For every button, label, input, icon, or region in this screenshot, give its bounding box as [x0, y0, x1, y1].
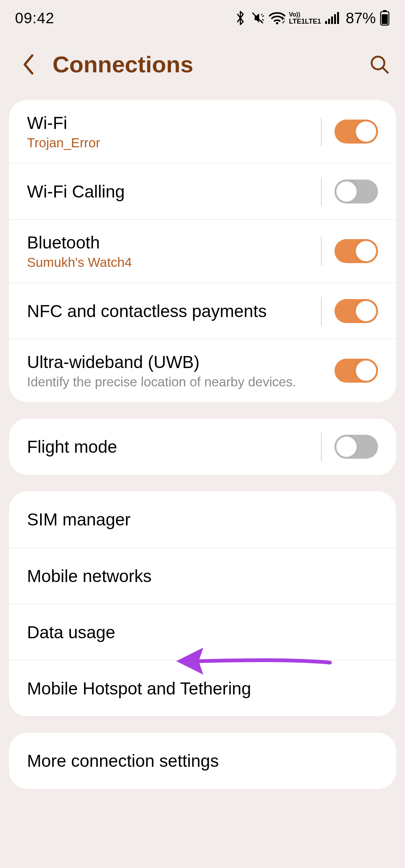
svg-rect-3 — [328, 19, 330, 24]
row-uwb-desc: Identify the precise location of nearby … — [27, 374, 334, 389]
row-sim-manager-label: SIM manager — [27, 509, 378, 530]
status-bar: 09:42 Vo)) — [0, 0, 405, 36]
battery-icon — [380, 10, 390, 26]
mute-vibrate-icon — [250, 10, 265, 25]
svg-rect-5 — [334, 14, 336, 24]
svg-line-0 — [252, 13, 263, 23]
svg-point-1 — [276, 22, 278, 24]
divider-vertical — [321, 177, 322, 206]
row-bluetooth[interactable]: Bluetooth Sumukh's Watch4 — [9, 219, 396, 283]
page-title: Connections — [52, 51, 193, 78]
row-wifi-calling[interactable]: Wi-Fi Calling — [9, 163, 396, 219]
row-wifi-label: Wi-Fi — [27, 113, 321, 133]
divider-vertical — [321, 117, 322, 146]
row-more-connection-settings[interactable]: More connection settings — [9, 733, 396, 789]
back-button[interactable] — [22, 53, 35, 76]
svg-line-11 — [383, 68, 388, 73]
settings-group-3: SIM manager Mobile networks Data usage M… — [9, 491, 396, 716]
toggle-bluetooth[interactable] — [334, 239, 378, 263]
row-data-usage[interactable]: Data usage — [9, 604, 396, 660]
row-uwb-label: Ultra-wideband (UWB) — [27, 352, 334, 372]
status-icons: Vo)) LTE1LTE1 87% — [234, 10, 390, 27]
status-time: 09:42 — [15, 10, 54, 27]
toggle-flight-mode[interactable] — [334, 435, 378, 459]
toggle-wifi-calling[interactable] — [334, 180, 378, 204]
row-wifi[interactable]: Wi-Fi Trojan_Error — [9, 100, 396, 163]
wifi-icon — [269, 11, 285, 25]
divider-vertical — [321, 433, 322, 461]
row-uwb[interactable]: Ultra-wideband (UWB) Identify the precis… — [9, 339, 396, 402]
row-mobile-hotspot-label: Mobile Hotspot and Tethering — [27, 678, 378, 699]
search-button[interactable] — [369, 54, 390, 75]
row-mobile-hotspot[interactable]: Mobile Hotspot and Tethering — [9, 660, 396, 716]
row-wifi-network: Trojan_Error — [27, 135, 321, 150]
row-nfc[interactable]: NFC and contactless payments — [9, 283, 396, 339]
cellular-signal-icon — [325, 11, 340, 25]
row-more-conn-label: More connection settings — [27, 751, 378, 771]
svg-rect-2 — [325, 21, 327, 24]
page-header: Connections — [0, 36, 405, 100]
row-data-usage-label: Data usage — [27, 622, 378, 642]
divider-vertical — [321, 237, 322, 265]
row-flight-mode-label: Flight mode — [27, 437, 321, 457]
row-mobile-networks-label: Mobile networks — [27, 566, 378, 586]
settings-group-1: Wi-Fi Trojan_Error Wi-Fi Calling Bluetoo… — [9, 100, 396, 402]
row-flight-mode[interactable]: Flight mode — [9, 419, 396, 475]
toggle-uwb[interactable] — [334, 359, 378, 383]
toggle-nfc[interactable] — [334, 299, 378, 323]
svg-rect-6 — [337, 12, 339, 24]
volte-bottom: LTE1LTE1 — [289, 18, 321, 25]
divider-vertical — [321, 297, 322, 325]
volte-top: Vo)) — [289, 11, 321, 18]
svg-rect-9 — [382, 14, 388, 24]
row-sim-manager[interactable]: SIM manager — [9, 491, 396, 548]
row-wifi-calling-label: Wi-Fi Calling — [27, 181, 321, 202]
toggle-wifi[interactable] — [334, 120, 378, 144]
settings-group-4: More connection settings — [9, 733, 396, 789]
volte-indicator: Vo)) LTE1LTE1 — [289, 11, 321, 25]
settings-group-2: Flight mode — [9, 419, 396, 475]
row-nfc-label: NFC and contactless payments — [27, 301, 321, 321]
svg-rect-4 — [331, 16, 333, 24]
row-bluetooth-device: Sumukh's Watch4 — [27, 255, 321, 270]
row-bluetooth-label: Bluetooth — [27, 232, 321, 253]
battery-percent: 87% — [346, 10, 376, 27]
bluetooth-icon — [234, 10, 246, 25]
row-mobile-networks[interactable]: Mobile networks — [9, 548, 396, 604]
